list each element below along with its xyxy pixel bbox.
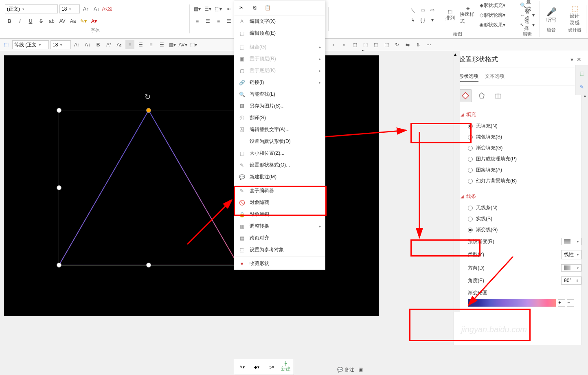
list-levels-icon[interactable]: ⬚▾ [214, 4, 223, 13]
cm-smart-lookup[interactable]: 🔍智能查找(L) [234, 88, 325, 100]
shape-connector-icon[interactable]: ↳ [408, 15, 417, 24]
radio-slide-bg-fill[interactable]: 幻灯片背景填充(B) [461, 175, 581, 186]
paste-icon[interactable]: 📋 [263, 3, 272, 13]
cm-translate[interactable]: ㊥翻译(S) [234, 112, 325, 124]
pen-color-icon[interactable]: ✎▾ [236, 361, 248, 373]
align-left-icon[interactable]: ≡ [193, 17, 202, 26]
cm-edit-points[interactable]: ⬚编辑顶点(E) [234, 27, 325, 39]
flip-v-icon[interactable]: ⥮ [414, 40, 423, 49]
align-obj-middle-icon[interactable]: ▫ [329, 40, 338, 49]
bold-icon[interactable]: B [5, 17, 14, 26]
font-size-dropdown[interactable]: 18▾ [59, 4, 80, 13]
fill-section-header[interactable]: ◢填充 [461, 109, 581, 121]
underline-icon[interactable]: U [26, 17, 35, 26]
line-section-header[interactable]: ◢线条 [461, 191, 581, 202]
align-center-icon-2[interactable]: ☰ [136, 40, 145, 49]
font-color-icon[interactable]: A▾ [90, 17, 99, 26]
design-ideas-button[interactable]: ⬚设计 灵感 [566, 5, 583, 25]
tab-text-options[interactable]: 文本选项 [485, 71, 505, 82]
direction-select[interactable]: ▾ [561, 264, 581, 272]
resize-handle-tm[interactable] [146, 108, 151, 113]
font-size-dropdown-2[interactable]: 18▾ [50, 40, 71, 49]
subscript-icon[interactable]: ab [47, 17, 56, 26]
shape-more-icon[interactable]: ▾ [428, 15, 437, 24]
cm-set-default[interactable]: 设置为默认形状(D) [234, 136, 325, 147]
remove-gradient-stop-icon[interactable]: − [567, 299, 574, 307]
cm-favorite-shape[interactable]: ♥收藏形状 [234, 258, 325, 270]
cm-save-as-picture[interactable]: 🖼另存为图片(S)... [234, 100, 325, 112]
size-icon[interactable] [491, 89, 505, 102]
cm-format-shape[interactable]: ✎设置形状格式(O)... [234, 159, 325, 171]
flip-h-icon[interactable]: ⇋ [403, 40, 412, 49]
spacing-icon[interactable]: AV▾ [178, 40, 187, 49]
shape-effect-button[interactable]: ◉ 形状效果▾ [478, 20, 507, 29]
panel-dropdown-icon[interactable]: ▾ [569, 55, 575, 64]
align-obj-bottom-icon[interactable]: ▫ [340, 40, 349, 49]
rotate-handle-icon[interactable]: ↻ [145, 92, 153, 101]
resize-handle-bm[interactable] [146, 263, 151, 268]
cm-box-editor[interactable]: ✎盒子编辑器 [234, 185, 325, 197]
columns-icon[interactable]: ▥▾ [168, 40, 177, 49]
char-spacing-icon[interactable]: AV [58, 17, 67, 26]
align-center-icon[interactable]: ☰ [204, 17, 213, 26]
fill-line-icon[interactable] [459, 89, 472, 102]
distribute-v-icon[interactable]: ⬚ [361, 40, 370, 49]
resize-handle-ml[interactable] [57, 185, 61, 190]
scroll-up-icon[interactable]: ▴ [454, 51, 460, 57]
radio-gradient-fill[interactable]: 渐变填充(G) [461, 143, 581, 154]
cm-new-comment[interactable]: 💬新建批注(M) [234, 171, 325, 183]
cm-object-hide[interactable]: 🚫对象隐藏 [234, 197, 325, 208]
radio-no-line[interactable]: 无线条(N) [461, 202, 581, 213]
view-icon[interactable]: ▣ [358, 366, 363, 373]
rotate-icon[interactable]: ↻ [393, 40, 402, 49]
decrease-font-icon[interactable]: A↓ [92, 4, 101, 13]
quick-style-button[interactable]: ◈快速样式 [460, 5, 476, 25]
copy-icon[interactable]: ⎘ [250, 3, 259, 13]
panel-vscroll[interactable]: ▴ [581, 92, 588, 345]
shape-rect-icon[interactable]: ▭ [418, 6, 427, 15]
shape-fill-button[interactable]: ◆ 形状填充▾ [478, 1, 507, 10]
radio-gradient-line[interactable]: 渐变线(G) [461, 224, 581, 235]
cm-adjust-convert[interactable]: ▥调整转换▸ [234, 220, 325, 232]
bullets-icon[interactable]: ▤▾ [193, 4, 202, 13]
resize-handle-bl[interactable] [57, 263, 61, 268]
numbering-icon[interactable]: ☰▾ [204, 4, 213, 13]
textbox-icon[interactable]: ⬚ [2, 40, 11, 49]
triangle-shape[interactable]: ↻ [59, 110, 238, 265]
effects-icon[interactable] [475, 89, 488, 102]
highlight-icon[interactable]: ✎▾ [79, 17, 88, 26]
align-right-icon[interactable]: ≡ [214, 17, 223, 26]
radio-pattern-fill[interactable]: 图案填充(A) [461, 164, 581, 175]
bold-icon-2[interactable]: B [94, 40, 103, 49]
tab-shape-options[interactable]: 形状选项 [459, 71, 478, 82]
cm-page-align[interactable]: ▤跨页对齐 [234, 232, 325, 244]
side-format-icon[interactable]: ✎ [577, 82, 587, 92]
comment-label[interactable]: 💬 备注 [337, 366, 354, 373]
cm-size-position[interactable]: ⬚大小和位置(Z)... [234, 147, 325, 159]
cm-object-lock[interactable]: 🔒对象加锁 [234, 208, 325, 220]
align-right-icon-2[interactable]: ≡ [147, 40, 156, 49]
group-icon[interactable]: ⬚ [371, 40, 380, 49]
cm-link[interactable]: 🔗链接(I)▸ [234, 77, 325, 88]
shape-outline-button[interactable]: ◇ 形状轮廓▾ [478, 11, 507, 20]
superscript-icon[interactable]: A² [104, 40, 113, 49]
side-home-icon[interactable]: ⬚ [577, 68, 587, 78]
shape-arrow-icon[interactable]: ⇨ [428, 6, 437, 15]
cm-alt-text[interactable]: 囚编辑替换文字(A)... [234, 124, 325, 136]
increase-font-icon-2[interactable]: A↑ [72, 40, 81, 49]
dictation-button[interactable]: 🎤听写 [543, 5, 559, 25]
font-family-dropdown-2[interactable]: 等线 (正文▾ [12, 40, 49, 49]
panel-close-icon[interactable]: ✕ [575, 55, 583, 64]
fill-color-icon[interactable]: ◆▾ [250, 361, 263, 373]
new-button[interactable]: ╋新建 [280, 361, 292, 373]
arrange-button[interactable]: ⬚排列 [442, 5, 458, 25]
radio-solid-fill[interactable]: 纯色填充(S) [461, 132, 581, 143]
justify-icon[interactable]: ☰ [225, 17, 234, 26]
radio-solid-line[interactable]: 实线(S) [461, 213, 581, 224]
preset-gradient-select[interactable]: ▾ [561, 238, 581, 245]
change-case-icon[interactable]: Aa [68, 17, 77, 26]
cm-edit-text[interactable]: A编辑文字(X) [234, 15, 325, 27]
cm-set-reference[interactable]: ⬚设置为参考对象 [234, 244, 325, 256]
shape-line-icon[interactable]: ＼ [408, 6, 417, 15]
add-gradient-stop-icon[interactable]: + [558, 299, 565, 307]
